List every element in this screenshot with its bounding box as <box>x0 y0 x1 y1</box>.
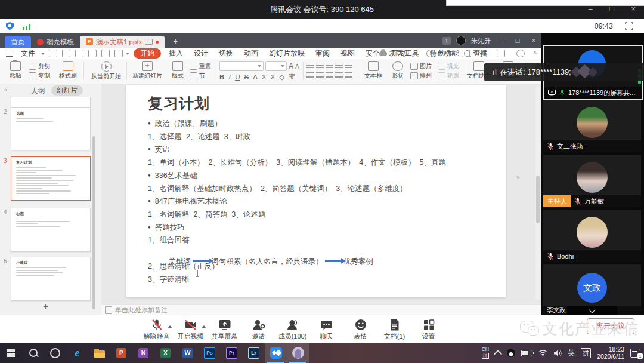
align-buttons-top[interactable] <box>306 63 352 69</box>
pane-handle-icon[interactable]: » <box>516 173 520 180</box>
thumbnail-slide-1[interactable] <box>11 97 91 107</box>
menu-home[interactable]: 开始 <box>134 48 161 59</box>
video-options-caret[interactable] <box>202 323 206 328</box>
lang-english-indicator[interactable]: 英 <box>568 348 575 358</box>
font-size-select[interactable] <box>265 61 287 71</box>
redo-icon[interactable] <box>114 50 123 57</box>
more-caret-icon[interactable] <box>126 53 129 57</box>
menu-slideshow[interactable]: 幻灯片放映 <box>264 48 310 59</box>
strikethrough-button[interactable]: S <box>244 73 249 81</box>
tab-document[interactable]: P 演示文稿1.pptx <box>80 36 165 48</box>
menu-insert[interactable]: 插入 <box>163 48 188 59</box>
preview-icon[interactable] <box>88 50 97 57</box>
share-button[interactable]: 分享 <box>459 49 488 58</box>
share-screen-button[interactable]: 共享屏幕 <box>208 317 242 341</box>
wps-minimize-button[interactable]: – <box>496 36 507 45</box>
clear-format-button[interactable]: ◇ <box>279 73 284 81</box>
tab-docer-templates[interactable]: 稻壳模板 <box>31 36 80 48</box>
collaborate-button[interactable]: 协作 <box>424 49 453 58</box>
textbox-button[interactable]: 文本框 <box>360 60 386 80</box>
start-video-button[interactable]: 开启视频 <box>174 317 208 341</box>
taskbar-lightroom[interactable]: Lr <box>243 343 265 363</box>
slide-canvas[interactable]: 复习计划 政治（跟课、刷题） 1、选择题 2、论述题 3、时政 英语 1、单词（… <box>126 85 506 297</box>
taskbar-wechat-active[interactable] <box>287 343 309 363</box>
superscript-button[interactable]: X <box>262 73 267 81</box>
taskbar-explorer[interactable] <box>88 343 110 363</box>
thumbnail-slide-5[interactable]: 小建议 <box>11 257 91 301</box>
slide-scrollbar[interactable] <box>535 86 540 300</box>
invite-button[interactable]: 邀请 <box>242 317 275 341</box>
members-button[interactable]: 成员(100) <box>275 317 309 341</box>
wps-user-avatar[interactable] <box>456 36 466 45</box>
font-name-select[interactable] <box>219 61 264 71</box>
panel-scrollbar[interactable] <box>92 136 95 309</box>
format-painter-button[interactable]: 格式刷 <box>55 60 81 80</box>
start-button[interactable] <box>0 343 22 363</box>
lang-pinyin-indicator[interactable]: 拼 <box>581 348 591 358</box>
taskbar-photoshop[interactable]: Ps <box>199 343 221 363</box>
network-signal-icon[interactable] <box>23 24 30 30</box>
subscript-button[interactable]: X <box>270 73 275 81</box>
tab-outline[interactable]: 大纲 <box>31 87 45 96</box>
docs-count-badge[interactable]: 1 <box>442 37 451 45</box>
tab-wps-home[interactable]: 首页 <box>5 36 31 48</box>
reset-button[interactable]: 重置 <box>190 62 211 70</box>
font-color-button[interactable]: A <box>253 73 258 81</box>
emoji-button[interactable]: 表情 <box>343 317 377 341</box>
taskbar-word[interactable]: W <box>177 343 199 363</box>
mic-options-caret[interactable] <box>168 323 172 328</box>
collapse-tiles-chevron[interactable] <box>567 306 617 315</box>
taskbar-tencent-meeting-active[interactable] <box>265 343 287 363</box>
save-icon[interactable] <box>49 50 57 57</box>
unmute-button[interactable]: 解除静音 <box>140 317 174 341</box>
taskbar-powerpoint[interactable]: P <box>110 343 132 363</box>
tray-expand-icon[interactable] <box>494 350 502 358</box>
ime-indicator[interactable]: CH拼 <box>482 347 490 359</box>
volume-icon[interactable] <box>553 349 562 357</box>
arrange-button[interactable]: 排列 <box>410 72 432 80</box>
fullscreen-icon[interactable] <box>625 22 633 30</box>
participant-tile-host[interactable]: 主持人 万能敏 <box>543 155 641 207</box>
wps-close-button[interactable]: × <box>528 36 539 45</box>
increase-font-button[interactable]: A <box>289 62 293 70</box>
taskbar-premiere[interactable]: Pr <box>221 343 243 363</box>
collapse-panel-icon[interactable]: « <box>4 87 8 93</box>
taskbar-cortana[interactable] <box>44 343 66 363</box>
hamburger-icon[interactable] <box>6 51 13 57</box>
wifi-icon[interactable] <box>538 349 547 356</box>
play-from-current-button[interactable]: 从当前开始 <box>87 60 125 81</box>
copy-button[interactable]: 复制 <box>29 72 50 80</box>
mode-icon[interactable] <box>497 50 505 57</box>
menu-review[interactable]: 审阅 <box>310 48 335 59</box>
output-icon[interactable] <box>62 50 70 57</box>
thumbnail-slide-3-selected[interactable]: 复习计划 <box>11 156 91 201</box>
add-slide-button[interactable]: + <box>43 301 48 311</box>
layout-button[interactable]: 版式 <box>167 60 188 80</box>
wps-maximize-button[interactable]: □ <box>512 36 523 45</box>
taskbar-edge[interactable]: e <box>66 343 88 363</box>
italic-button[interactable]: I <box>228 73 231 81</box>
align-buttons-bottom[interactable] <box>306 72 352 78</box>
action-center-icon[interactable]: 1 <box>630 349 640 358</box>
notes-bar[interactable]: 单击此处添加备注 <box>101 304 541 315</box>
participant-tile[interactable]: 文二张琦 <box>543 100 641 152</box>
docs-button[interactable]: 文档(1) <box>377 317 411 341</box>
cut-button[interactable]: 剪切 <box>29 62 50 70</box>
taskbar-search[interactable] <box>22 343 44 363</box>
shapes-button[interactable]: 形状 <box>388 60 408 80</box>
settings-button[interactable]: 设置 <box>411 317 445 341</box>
leave-meeting-button[interactable]: 离开会议 <box>587 318 634 334</box>
new-tab-button[interactable]: + <box>173 35 178 48</box>
taskbar-clock[interactable]: 18:232020/6/11 <box>597 346 624 360</box>
paste-button[interactable]: 粘贴 <box>4 60 27 80</box>
menu-design[interactable]: 设计 <box>188 48 213 59</box>
section-button[interactable]: 节 <box>190 72 205 80</box>
taskbar-onenote[interactable]: N <box>132 343 154 363</box>
participant-tile[interactable]: Bodhi <box>543 210 641 262</box>
battery-icon[interactable] <box>521 350 532 356</box>
bold-button[interactable]: B <box>219 73 224 81</box>
help-icon[interactable] <box>516 50 525 57</box>
security-shield-icon[interactable] <box>6 22 14 30</box>
menu-view[interactable]: 视图 <box>335 48 360 59</box>
taskbar-excel[interactable]: X <box>154 343 177 363</box>
